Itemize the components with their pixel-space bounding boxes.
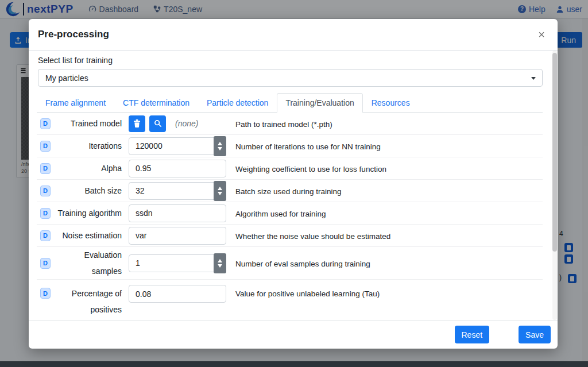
default-badge[interactable]: D (40, 186, 51, 196)
number-stepper[interactable] (214, 181, 226, 201)
modal-body: Select list for training My particles Fr… (29, 51, 558, 320)
form-row-evaluation-samples: D Evaluation samples Number of eval samp… (37, 247, 543, 280)
number-stepper[interactable] (214, 253, 226, 273)
tab-bar: Frame alignment CTF determination Partic… (37, 94, 543, 113)
tab-frame-alignment[interactable]: Frame alignment (37, 93, 114, 112)
percentage-positives-input[interactable] (129, 285, 226, 303)
default-badge[interactable]: D (40, 258, 51, 269)
modal-title: Pre-processing (38, 29, 109, 40)
screen: nextPYP Dashboard T20S_new ? Help (0, 0, 588, 367)
modal-header: Pre-processing × (29, 19, 558, 51)
field-label: Noise estimation (57, 227, 122, 244)
field-description: Value for positive unlabeled learning (T… (235, 282, 543, 298)
training-list-value: My particles (45, 74, 88, 83)
field-description: Number of iterations to use for NN train… (235, 141, 543, 151)
form-row-percentage-of-positives: D Percentage of positives Value for posi… (37, 280, 543, 320)
default-badge[interactable]: D (40, 118, 51, 129)
field-label: Trained model (57, 115, 122, 132)
field-description: Path to trained model (*.pth) (235, 119, 543, 129)
search-icon (154, 119, 162, 128)
browse-button[interactable] (149, 115, 166, 132)
default-badge[interactable]: D (40, 208, 51, 219)
tab-particle-detection[interactable]: Particle detection (198, 93, 277, 112)
form-row-batch-size: D Batch size Batch size used during trai… (37, 180, 543, 202)
select-list-label: Select list for training (38, 56, 543, 65)
form-row-training-algorithm: D Training algorithm Algorithm used for … (37, 202, 543, 225)
field-label: Iterations (57, 138, 122, 154)
stepper-down-icon[interactable] (218, 264, 222, 268)
trash-icon (133, 119, 141, 128)
field-description: Number of eval samples during training (235, 258, 543, 268)
noise-estimation-input[interactable] (129, 227, 226, 245)
field-label: Batch size (57, 183, 122, 199)
stepper-down-icon[interactable] (218, 192, 222, 195)
field-label: Percentage of positives (57, 282, 122, 318)
stepper-down-icon[interactable] (218, 147, 222, 150)
stepper-up-icon[interactable] (218, 142, 222, 145)
default-badge[interactable]: D (40, 163, 51, 174)
form-row-trained-model: D Trained model (37, 113, 543, 135)
pre-processing-modal: Pre-processing × Select list for trainin… (29, 19, 558, 349)
reset-button[interactable]: Reset (455, 326, 490, 343)
tab-ctf-determination[interactable]: CTF determination (114, 93, 198, 112)
field-label: Training algorithm (57, 205, 122, 221)
training-list-select[interactable]: My particles (38, 69, 543, 87)
save-button[interactable]: Save (519, 326, 551, 343)
form-row-iterations: D Iterations Number of iterations to use… (37, 135, 543, 157)
modal-footer: Reset Save (29, 320, 558, 349)
alpha-input[interactable] (129, 160, 226, 177)
default-badge[interactable]: D (40, 141, 51, 152)
tab-training-evaluation[interactable]: Training/Evaluation (277, 93, 362, 113)
trained-model-value: (none) (175, 119, 198, 128)
field-label: Evaluation samples (57, 247, 122, 279)
close-icon[interactable]: × (535, 28, 548, 41)
field-description: Batch size used during training (235, 186, 543, 196)
form-row-noise-estimation: D Noise estimation Whether the noise val… (37, 225, 543, 247)
iterations-input[interactable] (129, 137, 226, 155)
field-description: Algorithm used for training (235, 208, 543, 218)
tab-resources[interactable]: Resources (363, 93, 419, 112)
stepper-up-icon[interactable] (218, 187, 222, 190)
number-stepper[interactable] (214, 136, 226, 156)
modal-scrollbar-thumb[interactable] (552, 53, 557, 252)
training-algorithm-input[interactable] (129, 204, 226, 222)
form-row-alpha: D Alpha Weighting coefficient to use for… (37, 157, 543, 180)
evaluation-samples-input[interactable] (129, 254, 226, 272)
stepper-up-icon[interactable] (218, 259, 222, 262)
field-label: Alpha (57, 160, 122, 176)
field-description: Weighting coefficient to use for loss fu… (235, 164, 543, 173)
delete-button[interactable] (129, 115, 145, 132)
batch-size-input[interactable] (129, 182, 226, 200)
default-badge[interactable]: D (40, 288, 51, 299)
chevron-down-icon (531, 77, 536, 80)
default-badge[interactable]: D (40, 230, 51, 241)
field-description: Whether the noise value should be estima… (235, 231, 543, 241)
